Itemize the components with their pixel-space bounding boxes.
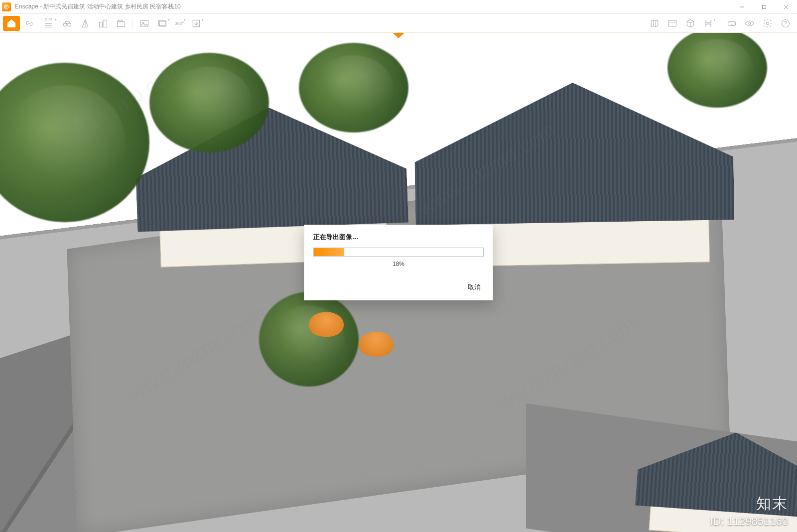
cancel-button[interactable]: 取消 (465, 281, 484, 294)
watermark-id: ID: 1129851160 (710, 515, 788, 528)
toolbar-divider (133, 18, 133, 29)
titlebar: ◴ Enscape - 新中式民宿建筑 活动中心建筑 乡村民房 民宿客栈10 (0, 0, 797, 14)
visibility-button[interactable] (741, 16, 758, 31)
map-icon (650, 18, 660, 28)
clapperboard-icon (116, 18, 126, 28)
minimize-icon (740, 4, 745, 9)
scene-tree (259, 292, 359, 387)
minimize-button[interactable] (731, 0, 753, 14)
image-export-icon (139, 18, 149, 28)
eye-icon (745, 18, 755, 28)
buildings-button[interactable] (95, 16, 112, 31)
export-image-button[interactable] (136, 16, 153, 31)
exe-export-icon (191, 18, 201, 28)
image-batch-icon (157, 18, 167, 28)
menu-icon (43, 20, 53, 30)
pano-360-icon: 360° (175, 21, 184, 26)
svg-point-14 (767, 22, 769, 24)
app-name: Enscape (15, 3, 38, 10)
compass-icon (80, 18, 90, 28)
binoculars-button[interactable] (59, 16, 76, 31)
progress-bar-fill (314, 248, 344, 256)
progress-bar (313, 248, 484, 257)
chevron-down-icon: ▾ (714, 18, 716, 22)
export-batch-button[interactable]: ▾ (154, 16, 171, 31)
close-icon (784, 4, 789, 9)
watermark-brand: 知末 (756, 494, 788, 514)
svg-rect-4 (103, 20, 107, 27)
progress-percent-label: 18% (313, 261, 484, 267)
chevron-down-icon: ▾ (184, 18, 186, 22)
buildings-icon (98, 18, 108, 28)
scene-tree (149, 53, 269, 152)
assets-button[interactable] (664, 16, 681, 31)
binoculars-icon (62, 18, 72, 28)
toolbar-divider (720, 18, 720, 29)
assets-icon (667, 18, 677, 28)
svg-rect-5 (118, 21, 125, 26)
help-icon (781, 18, 791, 28)
svg-rect-6 (141, 20, 148, 26)
cube-button[interactable] (682, 16, 699, 31)
scene-tree (299, 43, 408, 133)
window-title: Enscape - 新中式民宿建筑 活动中心建筑 乡村民房 民宿客栈10 (15, 2, 181, 11)
clipping-icon (703, 18, 713, 28)
chevron-down-icon: ▾ (168, 18, 170, 22)
compass-button[interactable] (77, 16, 94, 31)
scene-umbrella (359, 332, 394, 357)
scene-umbrella (309, 312, 344, 337)
export-360-button[interactable]: 360° ▾ (172, 16, 187, 31)
link-button[interactable] (21, 16, 38, 31)
map-button[interactable] (646, 16, 663, 31)
link-icon (24, 18, 34, 28)
title-sep: - (38, 3, 44, 10)
window-controls (731, 0, 797, 14)
maximize-button[interactable] (753, 0, 775, 14)
app-logo-icon: ◴ (2, 2, 11, 11)
chevron-down-icon: ▾ (202, 18, 204, 22)
vr-button[interactable] (723, 16, 740, 31)
clipping-button[interactable]: ▾ (700, 16, 717, 31)
scene-building (413, 80, 735, 226)
bim-menu-button[interactable]: BIM ▾ (39, 16, 58, 31)
home-button[interactable] (3, 16, 20, 31)
bim-label: BIM (45, 17, 52, 21)
home-icon (6, 18, 16, 28)
maximize-icon (762, 4, 767, 9)
dialog-title: 正在导出图像… (313, 233, 484, 242)
clapperboard-button[interactable] (113, 16, 130, 31)
render-viewport[interactable]: www.znzmo.com www.znzmo.com www.znzmo.co… (0, 33, 797, 532)
close-button[interactable] (775, 0, 797, 14)
svg-rect-0 (763, 5, 766, 9)
chevron-down-icon (392, 33, 405, 39)
gear-icon (763, 18, 773, 28)
chevron-down-icon: ▾ (55, 18, 57, 22)
export-exe-button[interactable]: ▾ (188, 16, 205, 31)
toolbar: BIM ▾ ▾ 360° ▾ ▾ ▾ (0, 14, 797, 33)
settings-button[interactable] (759, 16, 776, 31)
export-progress-dialog: 正在导出图像… 18% 取消 (304, 225, 493, 300)
document-title: 新中式民宿建筑 活动中心建筑 乡村民房 民宿客栈10 (43, 3, 180, 10)
vr-headset-icon (727, 18, 737, 28)
svg-rect-11 (669, 20, 676, 26)
help-button[interactable] (777, 16, 794, 31)
cube-icon (685, 18, 695, 28)
svg-rect-3 (100, 22, 103, 27)
svg-point-13 (749, 22, 751, 24)
toolbar-expand-handle[interactable] (391, 33, 406, 39)
